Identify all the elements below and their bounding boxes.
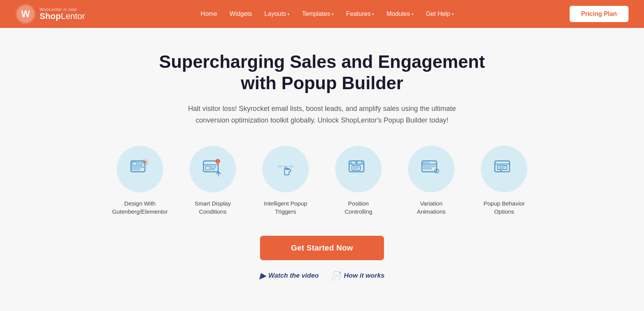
watch-video-label: Watch the video (269, 272, 319, 280)
svg-point-37 (436, 170, 437, 172)
get-started-button[interactable]: Get Started Now (260, 236, 384, 260)
feature-position-label: PositionControlling (344, 199, 372, 216)
logo-icon: W (15, 4, 36, 24)
svg-point-32 (425, 162, 427, 163)
document-icon: 📄 (331, 271, 341, 280)
design-icon: % (129, 158, 151, 180)
feature-behavior: Popup BehaviorOptions (473, 146, 535, 216)
feature-position: PositionControlling (327, 146, 389, 216)
feature-display-icon-circle: ! (189, 146, 236, 192)
nav-item-modules[interactable]: Modules ▾ (386, 10, 413, 17)
nav-item-widgets[interactable]: Widgets (230, 10, 252, 17)
behavior-icon (493, 158, 515, 180)
feature-animation-label: VariationAnimations (417, 199, 446, 216)
feature-trigger-icon-circle (262, 146, 309, 192)
feature-animation-icon-circle (408, 146, 455, 192)
play-icon: ▶ (260, 271, 265, 280)
feature-position-icon-circle (335, 146, 382, 192)
main-content: Supercharging Sales and Engagement with … (0, 28, 644, 300)
feature-animation: VariationAnimations (400, 146, 462, 216)
feature-behavior-icon-circle (481, 146, 527, 192)
nav-item-home[interactable]: Home (201, 10, 217, 17)
svg-point-27 (356, 161, 358, 163)
feature-trigger-label: Intelligent PopupTriggers (264, 199, 307, 216)
animation-icon (420, 158, 443, 180)
svg-rect-35 (424, 168, 431, 169)
svg-rect-6 (138, 164, 142, 166)
how-it-works-label: How it works (344, 272, 385, 280)
svg-rect-7 (132, 166, 144, 168)
svg-point-26 (350, 161, 352, 163)
svg-rect-15 (211, 169, 214, 170)
feature-design-label: Design WithGutenberg/Elementor (112, 199, 167, 216)
feature-behavior-label: Popup BehaviorOptions (484, 199, 525, 216)
watch-video-link[interactable]: ▶ Watch the video (260, 271, 319, 280)
svg-rect-14 (211, 166, 216, 168)
bottom-links: ▶ Watch the video 📄 How it works (260, 271, 385, 280)
feature-design: % Design WithGutenberg/Elementor (109, 146, 171, 216)
brand-name: ShopLentor (40, 12, 85, 21)
how-it-works-link[interactable]: 📄 How it works (331, 271, 385, 280)
nav-links: Home Widgets Layouts ▾ Templates ▾ Featu… (201, 10, 454, 17)
svg-point-33 (428, 162, 429, 163)
nav-item-get-help[interactable]: Get Help ▾ (426, 10, 454, 17)
navbar: W WooLentor is now ShopLentor Home Widge… (0, 0, 644, 28)
hero-title: Supercharging Sales and Engagement with … (148, 51, 496, 94)
svg-rect-34 (424, 166, 435, 167)
hero-subtitle: Halt visitor loss! Skyrocket email lists… (171, 103, 473, 126)
svg-rect-4 (132, 162, 137, 165)
position-icon (347, 158, 370, 180)
svg-text:!: ! (217, 160, 219, 163)
svg-text:W: W (21, 9, 30, 19)
svg-point-31 (423, 162, 425, 163)
feature-design-icon-circle: % (117, 146, 163, 192)
nav-item-features[interactable]: Features ▾ (346, 10, 374, 17)
feature-display: ! Smart DisplayConditions (182, 146, 244, 216)
feature-trigger: Intelligent PopupTriggers (255, 146, 317, 216)
svg-text:%: % (144, 160, 147, 164)
svg-rect-8 (132, 169, 140, 170)
feature-display-label: Smart DisplayConditions (195, 199, 231, 216)
brand-text: WooLentor is now ShopLentor (40, 7, 85, 21)
svg-point-28 (361, 161, 363, 163)
trigger-icon (274, 158, 297, 180)
nav-item-layouts[interactable]: Layouts ▾ (264, 10, 289, 17)
nav-item-templates[interactable]: Templates ▾ (302, 10, 334, 17)
svg-rect-13 (205, 166, 210, 170)
pricing-plan-button[interactable]: Pricing Plan (570, 6, 629, 22)
brand-logo[interactable]: W WooLentor is now ShopLentor (15, 4, 85, 24)
svg-rect-23 (352, 166, 360, 170)
display-icon: ! (201, 158, 224, 180)
features-row: % Design WithGutenberg/Elementor ! (90, 146, 554, 216)
